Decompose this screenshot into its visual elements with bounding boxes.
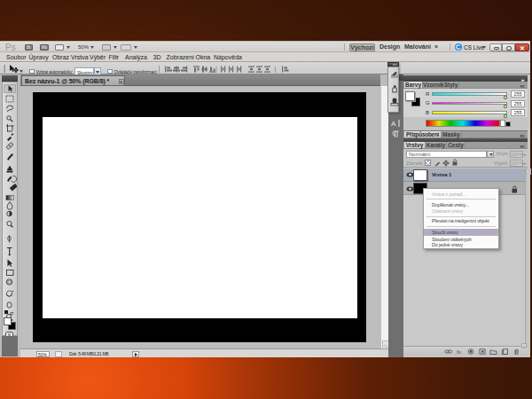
svg-text:A: A [391,120,396,128]
svg-text:fx.: fx. [457,349,462,355]
